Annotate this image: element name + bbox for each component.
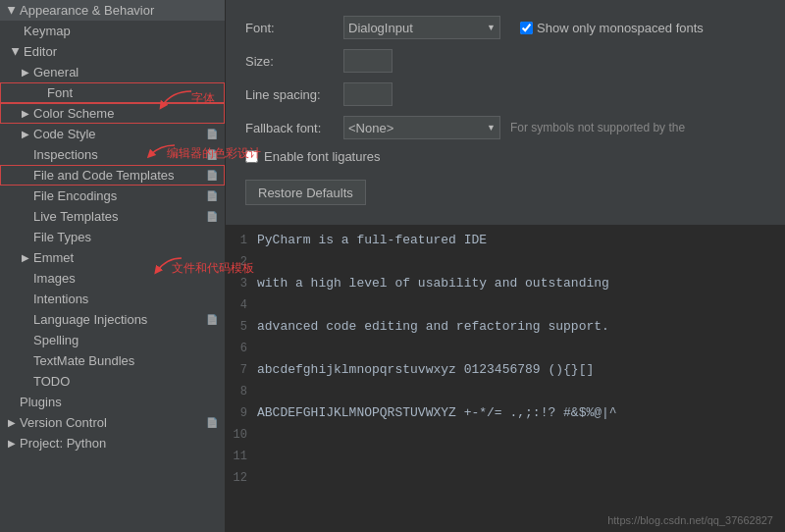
sidebar-item-label: File and Code Templates: [33, 168, 201, 183]
item-badge-icon: 📄: [205, 148, 219, 162]
ligatures-row: Enable font ligatures: [245, 149, 765, 164]
item-badge-icon: 📄: [205, 313, 219, 327]
arrow-placeholder: [20, 232, 31, 243]
restore-defaults-button[interactable]: Restore Defaults: [245, 180, 366, 205]
arrow-placeholder: [20, 335, 31, 346]
font-select[interactable]: DialogInput: [343, 16, 500, 39]
line-content: abcdefghijklmnopqrstuvwxyz 0123456789 ()…: [257, 360, 594, 380]
arrow-placeholder: [20, 355, 31, 367]
sidebar-item-label: Spelling: [33, 333, 219, 347]
sidebar-item-spelling[interactable]: Spelling: [0, 330, 225, 350]
item-badge-icon: 📄: [205, 128, 219, 141]
sidebar-item-color-scheme[interactable]: ▶Color Scheme: [0, 103, 225, 124]
code-line: 10: [226, 424, 785, 446]
line-number: 8: [226, 382, 257, 401]
show-monospaced-checkbox[interactable]: [520, 22, 533, 34]
item-badge-icon: 📄: [205, 416, 219, 430]
sidebar-item-images[interactable]: Images: [0, 268, 225, 289]
fallback-font-select-wrapper[interactable]: <None>: [343, 116, 500, 139]
code-line: 9ABCDEFGHIJKLMNOPQRSTUVWXYZ +-*/= .,;:!?…: [226, 402, 785, 424]
line-spacing-input[interactable]: 1.2: [343, 82, 392, 106]
code-line: 2: [226, 251, 785, 273]
arrow-icon: ▶: [6, 5, 18, 17]
arrow-placeholder: [20, 170, 31, 182]
restore-row: Restore Defaults: [245, 174, 765, 205]
code-line: 7abcdefghijklmnopqrstuvwxyz 0123456789 (…: [226, 359, 785, 381]
arrow-placeholder: [10, 26, 22, 37]
line-number: 7: [226, 360, 257, 380]
sidebar-item-general[interactable]: ▶General: [0, 62, 225, 82]
fallback-font-select[interactable]: <None>: [343, 116, 500, 139]
sidebar-item-label: TODO: [33, 374, 219, 389]
sidebar-item-version-control[interactable]: ▶Version Control📄: [0, 412, 225, 433]
arrow-icon: ▶: [6, 438, 18, 450]
line-number: 3: [226, 274, 257, 293]
arrow-icon: ▶: [20, 67, 31, 79]
show-monospaced-label: Show only monospaced fonts: [537, 21, 704, 35]
sidebar-item-label: Plugins: [20, 395, 219, 409]
arrow-placeholder: [6, 397, 18, 408]
line-number: 12: [226, 468, 257, 488]
line-content: PyCharm is a full-featured IDE: [257, 231, 487, 250]
font-select-wrapper[interactable]: DialogInput: [343, 16, 500, 39]
sidebar-item-todo[interactable]: TODO: [0, 371, 225, 392]
sidebar-item-file-encodings[interactable]: File Encodings📄: [0, 186, 225, 206]
enable-ligatures-checkbox[interactable]: [245, 150, 258, 163]
sidebar-item-textmate-bundles[interactable]: TextMate Bundles: [0, 350, 225, 371]
item-badge-icon: 📄: [205, 189, 219, 203]
font-label: Font:: [245, 21, 343, 35]
fallback-note: For symbols not supported by the: [510, 121, 685, 134]
line-spacing-label: Line spacing:: [245, 87, 343, 102]
arrow-placeholder: [20, 273, 31, 285]
arrow-placeholder: [20, 314, 31, 326]
line-number: 4: [226, 295, 257, 315]
sidebar-item-label: Appearance & Behavior: [20, 3, 219, 18]
watermark: https://blog.csdn.net/qq_37662827: [607, 514, 773, 526]
sidebar-item-label: General: [33, 65, 219, 80]
sidebar-item-project-python[interactable]: ▶Project: Python: [0, 433, 225, 453]
sidebar-item-live-templates[interactable]: Live Templates📄: [0, 206, 225, 227]
item-badge-icon: 📄: [205, 169, 219, 183]
sidebar-item-label: Emmet: [33, 250, 219, 265]
sidebar-item-label: Color Scheme: [33, 106, 219, 121]
line-number: 6: [226, 339, 257, 358]
sidebar-item-font[interactable]: Font: [0, 82, 225, 103]
sidebar-item-intentions[interactable]: Intentions: [0, 289, 225, 309]
arrow-placeholder: [20, 376, 31, 388]
arrow-placeholder: [20, 211, 31, 223]
sidebar-item-label: Font: [47, 85, 219, 100]
sidebar-item-language-injections[interactable]: Language Injections📄: [0, 309, 225, 330]
font-row: Font: DialogInput Show only monospaced f…: [245, 16, 765, 39]
settings-area: Font: DialogInput Show only monospaced f…: [226, 0, 785, 226]
line-content: ABCDEFGHIJKLMNOPQRSTUVWXYZ +-*/= .,;:!? …: [257, 403, 617, 423]
sidebar-item-keymap[interactable]: Keymap: [0, 21, 225, 41]
sidebar-item-label: Inspections: [33, 147, 201, 162]
sidebar-item-label: TextMate Bundles: [33, 353, 219, 368]
code-line: 12: [226, 467, 785, 489]
settings-sidebar[interactable]: ▶Appearance & BehaviorKeymap▶Editor▶Gene…: [0, 0, 226, 532]
sidebar-item-label: File Types: [33, 230, 219, 244]
code-line: 4: [226, 294, 785, 316]
sidebar-item-label: Project: Python: [20, 436, 219, 451]
line-content: advanced code editing and refactoring su…: [257, 317, 609, 337]
sidebar-item-inspections[interactable]: Inspections📄: [0, 144, 225, 165]
sidebar-item-file-and-code-templates[interactable]: File and Code Templates📄: [0, 165, 225, 186]
code-line: 1PyCharm is a full-featured IDE: [226, 230, 785, 251]
size-input[interactable]: 16: [343, 49, 392, 73]
line-number: 11: [226, 447, 257, 466]
sidebar-item-file-types[interactable]: File Types: [0, 227, 225, 247]
fallback-font-row: Fallback font: <None> For symbols not su…: [245, 116, 765, 139]
sidebar-item-label: File Encodings: [33, 188, 201, 203]
sidebar-item-label: Version Control: [20, 415, 201, 430]
arrow-icon: ▶: [10, 46, 22, 58]
sidebar-item-editor[interactable]: ▶Editor: [0, 41, 225, 62]
arrow-placeholder: [20, 293, 31, 305]
arrow-icon: ▶: [20, 129, 31, 140]
sidebar-item-emmet[interactable]: ▶Emmet: [0, 247, 225, 268]
sidebar-item-appearance[interactable]: ▶Appearance & Behavior: [0, 0, 225, 21]
sidebar-item-code-style[interactable]: ▶Code Style📄: [0, 124, 225, 144]
code-line: 3with a high level of usability and outs…: [226, 273, 785, 294]
sidebar-item-plugins[interactable]: Plugins: [0, 392, 225, 412]
line-spacing-row: Line spacing: 1.2: [245, 82, 765, 106]
arrow-placeholder: [33, 87, 45, 99]
